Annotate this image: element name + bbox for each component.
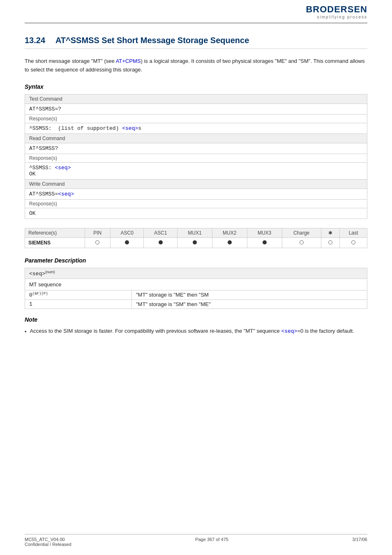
ref-siemens-special bbox=[321, 237, 340, 248]
circle-empty-icon bbox=[351, 240, 355, 244]
read-response-line1-prefix: ^SSMSS: bbox=[29, 165, 55, 171]
cpms-link[interactable]: AT+CPMS bbox=[116, 58, 141, 64]
test-response-text: ^SSMSS: (list of supported) <seq>s bbox=[25, 123, 367, 134]
circle-filled-icon bbox=[193, 240, 197, 244]
test-command-header-row: Test Command bbox=[25, 94, 367, 104]
section-title-text: AT^SSMSS Set Short Message Storage Seque… bbox=[55, 36, 249, 45]
read-command-row: AT^SSMSS? bbox=[25, 143, 367, 154]
ref-col-special: ✱ bbox=[321, 228, 340, 237]
param-mt-sequence-label: MT sequence bbox=[25, 279, 367, 290]
circle-empty-icon bbox=[95, 240, 99, 244]
ref-col-asc1: ASC1 bbox=[144, 228, 178, 237]
logo-text: BRODERSEN bbox=[306, 4, 367, 14]
ref-col-asc0: ASC0 bbox=[110, 228, 144, 237]
reference-table: Reference(s) PIN ASC0 ASC1 MUX1 MUX2 MUX… bbox=[25, 228, 367, 248]
ref-siemens-mux1 bbox=[177, 237, 212, 248]
write-command-row: AT^SSMSS=<seq> bbox=[25, 189, 367, 199]
seq-link-test[interactable]: <seq> bbox=[122, 125, 138, 131]
write-response-ok: OK bbox=[29, 210, 36, 216]
param-table: <seq>(num) MT sequence 0(&F)(P) "MT" sto… bbox=[25, 268, 367, 309]
write-command-header-row: Write Command bbox=[25, 179, 367, 189]
ref-siemens-asc0 bbox=[110, 237, 144, 248]
intro-text-before: The short message storage "MT" (see bbox=[25, 58, 116, 64]
param-header-row: <seq>(num) bbox=[25, 268, 367, 279]
footer-center: Page 367 of 475 bbox=[195, 537, 228, 547]
test-response-suffix: s bbox=[138, 125, 141, 131]
write-response-text: OK bbox=[25, 208, 367, 219]
note-text: Access to the SIM storage is faster. For… bbox=[30, 327, 354, 336]
note-bullet-icon: • bbox=[25, 328, 27, 336]
page: BRODERSEN simplifying process 13.24 AT^S… bbox=[0, 0, 392, 555]
param-value-1-text: "MT" storage is "SM" then "ME" bbox=[132, 299, 367, 309]
ref-siemens-pin bbox=[85, 237, 110, 248]
section-number: 13.24 bbox=[25, 36, 45, 45]
param-value-0-key: 0(&F)(P) bbox=[25, 290, 132, 299]
test-command-row: AT^SSMSS=? bbox=[25, 104, 367, 114]
param-seq-sup: (num) bbox=[45, 270, 55, 274]
read-response-row: ^SSMSS: <seq> OK bbox=[25, 162, 367, 179]
note-text-after: =0 is the factory default. bbox=[297, 328, 354, 334]
ref-siemens-asc1 bbox=[144, 237, 178, 248]
param-value-0-text: "MT" storage is "ME" then "SM bbox=[132, 290, 367, 299]
footer-confidential: Confidential / Released bbox=[25, 542, 71, 547]
test-command-header: Test Command bbox=[25, 94, 367, 104]
seq-link-write[interactable]: <seq> bbox=[58, 191, 74, 197]
ref-col-charge: Charge bbox=[282, 228, 321, 237]
write-cmd-prefix: AT^SSMSS= bbox=[29, 191, 58, 197]
page-header: BRODERSEN simplifying process bbox=[25, 0, 367, 23]
logo-area: BRODERSEN simplifying process bbox=[306, 4, 367, 19]
list-item: • Access to the SIM storage is faster. F… bbox=[25, 327, 367, 336]
circle-empty-icon bbox=[300, 240, 304, 244]
test-response-row: ^SSMSS: (list of supported) <seq>s bbox=[25, 123, 367, 134]
test-command-text: AT^SSMSS=? bbox=[25, 104, 367, 114]
note-text-before: Access to the SIM storage is faster. For… bbox=[30, 328, 281, 334]
param-value-0-row: 0(&F)(P) "MT" storage is "ME" then "SM bbox=[25, 290, 367, 299]
circle-filled-icon bbox=[159, 240, 163, 244]
param-value-1-row: 1 "MT" storage is "SM" then "ME" bbox=[25, 299, 367, 309]
param-name-row: MT sequence bbox=[25, 279, 367, 290]
footer-doc-id: MC55_ATC_V04.00 bbox=[25, 537, 71, 542]
write-command-header: Write Command bbox=[25, 179, 367, 189]
ref-siemens-mux2 bbox=[212, 237, 247, 248]
syntax-heading: Syntax bbox=[25, 83, 367, 90]
circle-filled-icon bbox=[228, 240, 232, 244]
ref-col-mux1: MUX1 bbox=[177, 228, 212, 237]
note-section: • Access to the SIM storage is faster. F… bbox=[25, 327, 367, 336]
test-response-label: Response(s) bbox=[25, 114, 367, 123]
syntax-table: Test Command AT^SSMSS=? Response(s) ^SSM… bbox=[25, 94, 367, 219]
read-response-text: ^SSMSS: <seq> OK bbox=[25, 162, 367, 179]
test-response-label-row: Response(s) bbox=[25, 114, 367, 123]
ref-siemens-charge bbox=[282, 237, 321, 248]
logo-sub: simplifying process bbox=[306, 15, 367, 19]
circle-empty-icon bbox=[328, 240, 332, 244]
ref-col-mux3: MUX3 bbox=[247, 228, 282, 237]
read-command-header-row: Read Command bbox=[25, 134, 367, 143]
read-command-text: AT^SSMSS? bbox=[25, 143, 367, 154]
param-0-sup: (&F)(P) bbox=[32, 292, 48, 296]
ref-table-header-row: Reference(s) PIN ASC0 ASC1 MUX1 MUX2 MUX… bbox=[25, 228, 367, 237]
ref-col-mux2: MUX2 bbox=[212, 228, 247, 237]
write-response-row: OK bbox=[25, 208, 367, 219]
write-command-text: AT^SSMSS=<seq> bbox=[25, 189, 367, 199]
ref-col-last: Last bbox=[340, 228, 367, 237]
page-footer: MC55_ATC_V04.00 Confidential / Released … bbox=[25, 534, 367, 547]
seq-link-note[interactable]: <seq> bbox=[281, 328, 297, 334]
param-seq-header: <seq>(num) bbox=[25, 268, 367, 279]
intro-paragraph: The short message storage "MT" (see AT+C… bbox=[25, 57, 367, 74]
note-heading: Note bbox=[25, 316, 367, 323]
table-row: SIEMENS bbox=[25, 237, 367, 248]
footer-date: 3/17/06 bbox=[352, 537, 367, 547]
circle-filled-icon bbox=[125, 240, 129, 244]
ref-col-ref: Reference(s) bbox=[25, 228, 85, 237]
seq-link-read[interactable]: <seq> bbox=[55, 165, 71, 171]
logo-brodersen: BRODERSEN bbox=[306, 4, 367, 15]
ref-siemens-mux3 bbox=[247, 237, 282, 248]
test-response-prefix: ^SSMSS: (list of supported) bbox=[29, 125, 122, 131]
footer-left: MC55_ATC_V04.00 Confidential / Released bbox=[25, 537, 71, 547]
circle-filled-icon bbox=[263, 240, 267, 244]
read-response-ok: OK bbox=[29, 171, 36, 177]
note-list: • Access to the SIM storage is faster. F… bbox=[25, 327, 367, 336]
section-title: 13.24 AT^SSMSS Set Short Message Storage… bbox=[25, 36, 367, 49]
param-seq-code: <seq> bbox=[29, 271, 45, 277]
write-response-label: Response(s) bbox=[25, 199, 367, 208]
